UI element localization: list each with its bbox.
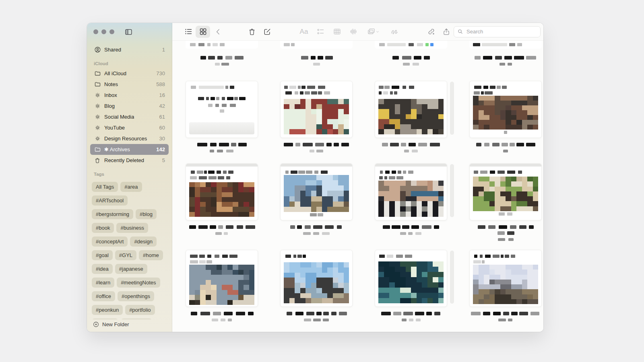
note-card[interactable] — [469, 41, 542, 49]
sidebar-item-all-icloud[interactable]: All iCloud730 — [90, 68, 169, 79]
new-note-button[interactable] — [260, 26, 275, 38]
sidebar-item-archives[interactable]: ✱ Archives142 — [90, 144, 169, 155]
note-title-redacted — [280, 312, 353, 315]
list-view-button[interactable] — [181, 26, 196, 38]
note-card[interactable] — [280, 41, 353, 49]
tag-pill-portfolio[interactable]: #portfolio — [125, 305, 155, 315]
note-thumbnail — [189, 182, 254, 217]
tag-pill-peonkun[interactable]: #peonkun — [92, 305, 123, 315]
scrollbar-thumb[interactable] — [450, 251, 454, 304]
note-date-redacted — [375, 150, 447, 152]
tag-pill-home[interactable]: #home — [139, 250, 163, 260]
tag-pill-conceptart[interactable]: #conceptArt — [92, 237, 128, 247]
note-card[interactable] — [469, 250, 542, 307]
note-card[interactable] — [280, 81, 353, 138]
search-field[interactable] — [466, 28, 537, 35]
tag-pill-artschool[interactable]: #ARTschool — [92, 195, 128, 206]
tag-pill-area[interactable]: #area — [120, 182, 142, 192]
sidebar-item-youtube[interactable]: YouTube60 — [90, 122, 169, 133]
note-card[interactable] — [186, 163, 258, 220]
new-folder-label: New Folder — [102, 321, 129, 327]
note-count: 61 — [157, 114, 165, 120]
note-card[interactable] — [186, 41, 258, 49]
note-thumbnail — [473, 177, 538, 211]
redacted-text-line — [189, 170, 254, 174]
new-folder-button[interactable]: New Folder — [87, 319, 172, 332]
checklist-button[interactable] — [313, 26, 328, 38]
redacted-text-line — [378, 85, 444, 89]
tag-pill-meetingnotes[interactable]: #meetingNotes — [117, 278, 160, 288]
note-card[interactable] — [469, 81, 542, 138]
redacted-text-line — [189, 109, 254, 113]
media-button[interactable] — [364, 26, 382, 38]
note-thumbnail — [378, 261, 444, 303]
sidebar-item-design-resources[interactable]: Design Resources30 — [90, 133, 169, 144]
redacted-text-line — [189, 103, 254, 107]
delete-note-button[interactable] — [245, 26, 259, 38]
tags-section-label: Tags — [94, 172, 165, 177]
waveform-button[interactable] — [346, 26, 361, 38]
note-card[interactable] — [280, 250, 353, 307]
tag-pill-bergstorming[interactable]: #bergstorming — [92, 209, 133, 219]
note-item — [469, 41, 542, 81]
tag-pill-design[interactable]: #design — [130, 237, 157, 247]
note-card[interactable] — [280, 163, 353, 220]
note-date-redacted — [186, 232, 258, 235]
tag-pill-learn[interactable]: #learn — [92, 278, 114, 288]
search-input[interactable] — [454, 26, 541, 37]
note-card[interactable] — [469, 163, 542, 220]
sidebar-item-inbox[interactable]: Inbox16 — [90, 90, 169, 101]
tag-pill-blog[interactable]: #blog — [136, 209, 157, 219]
scrollbar-thumb[interactable] — [450, 82, 454, 135]
note-card[interactable] — [375, 163, 447, 220]
add-link-button[interactable] — [424, 26, 438, 38]
tag-pill-all-tags[interactable]: All Tags — [92, 182, 118, 192]
folder-icon — [94, 81, 101, 88]
note-preview-block — [189, 122, 254, 134]
zoom-window-button[interactable] — [109, 29, 114, 34]
note-card[interactable] — [375, 81, 447, 138]
sidebar-item-notes[interactable]: Notes588 — [90, 79, 169, 90]
notes-gallery — [172, 41, 543, 332]
close-window-button[interactable] — [93, 29, 98, 34]
redacted-text-line — [473, 254, 538, 258]
redacted-text-line — [378, 254, 444, 258]
back-button[interactable] — [213, 26, 224, 38]
tag-pill-idea[interactable]: #idea — [92, 264, 113, 274]
note-title-redacted — [375, 312, 447, 315]
note-card[interactable] — [375, 41, 447, 49]
trash-icon — [94, 157, 101, 164]
tag-pill-business[interactable]: #business — [116, 223, 148, 233]
note-card[interactable] — [186, 250, 258, 307]
sidebar-item-social-media[interactable]: Social Media61 — [90, 111, 169, 122]
note-card[interactable] — [186, 81, 258, 138]
toggle-sidebar-icon[interactable] — [124, 28, 133, 36]
note-date-redacted — [280, 232, 353, 235]
tag-pill-goal[interactable]: #goal — [92, 250, 113, 260]
note-card[interactable] — [375, 250, 447, 307]
note-preview-header — [186, 164, 258, 167]
table-button[interactable] — [330, 26, 344, 38]
sidebar-item-shared[interactable]: Shared 1 — [90, 44, 169, 55]
sidebar-item-blog[interactable]: Blog42 — [90, 101, 169, 111]
scrollbar-thumb[interactable] — [450, 164, 454, 217]
minimize-window-button[interactable] — [101, 29, 106, 34]
tag-pill-japanese[interactable]: #japanese — [115, 264, 147, 274]
share-button[interactable] — [439, 26, 454, 38]
tag-pill-openthings[interactable]: #openthings — [118, 291, 154, 301]
tag-pill-book[interactable]: #book — [92, 223, 114, 233]
note-thumbnail — [473, 265, 538, 304]
redacted-text-line — [189, 260, 254, 264]
gallery-view-button[interactable] — [196, 26, 210, 38]
note-item — [186, 81, 258, 163]
tag-pill-office[interactable]: #office — [92, 291, 115, 301]
markup-button[interactable] — [387, 26, 402, 38]
tag-pill-gyl[interactable]: #GYL — [115, 250, 136, 260]
note-count: 30 — [157, 136, 165, 142]
format-button[interactable]: Aa — [297, 26, 311, 38]
note-count: 730 — [154, 70, 165, 76]
note-title-redacted — [469, 143, 542, 146]
note-item — [375, 250, 447, 330]
smart-folder-icon — [94, 113, 101, 121]
sidebar-item-recently-deleted[interactable]: Recently Deleted5 — [90, 155, 169, 166]
